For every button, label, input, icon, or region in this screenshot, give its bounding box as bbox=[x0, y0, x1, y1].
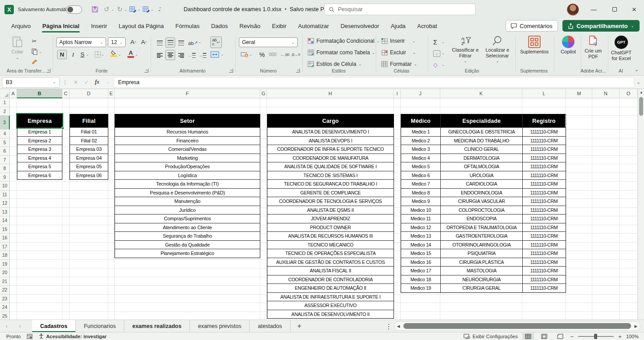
expand-formula-bar-icon[interactable]: ⌄ bbox=[637, 80, 640, 85]
row-header-24[interactable]: 24 bbox=[0, 303, 10, 312]
tab-layout-da-pagina[interactable]: Layout da Página bbox=[113, 20, 169, 32]
table-row[interactable]: Manutenção bbox=[115, 197, 260, 206]
registro-cell[interactable]: 1111110-CRM bbox=[522, 128, 565, 136]
table-row[interactable]: Medico 4DERMATOLOGIA1111110-CRM bbox=[401, 154, 566, 162]
copilot-button[interactable]: Copilot bbox=[557, 36, 579, 55]
row-header-16[interactable]: 16 bbox=[0, 234, 10, 243]
table-row[interactable]: Medico 11ENDOSCOPIA1111110-CRM bbox=[401, 214, 566, 223]
table-row[interactable]: Marketing bbox=[115, 154, 260, 162]
row-header-17[interactable]: 17 bbox=[0, 243, 10, 251]
formula-input[interactable]: Empresa bbox=[113, 77, 634, 88]
column-header-M[interactable]: M bbox=[566, 89, 592, 98]
tab-arquivo[interactable]: Arquivo bbox=[5, 20, 37, 32]
filial-header[interactable]: Filial bbox=[70, 114, 108, 127]
medico-cell[interactable]: Medico 4 bbox=[401, 154, 440, 162]
number-dialog-launcher-icon[interactable] bbox=[296, 69, 300, 73]
accounting-chevron-icon[interactable]: ⌄ bbox=[249, 53, 252, 57]
medico-cell[interactable]: Medico 16 bbox=[401, 258, 440, 267]
table-row[interactable]: ANALISTA FISCAL II bbox=[267, 266, 394, 275]
insert-cells-button[interactable]: Inserir⌄ bbox=[381, 38, 415, 44]
row-header-23[interactable]: 23 bbox=[0, 295, 10, 304]
table-row[interactable]: TECNICO DE OPERAÇÕES ESPECIALISTA bbox=[267, 249, 394, 258]
collapse-ribbon-icon[interactable]: ⌄ bbox=[635, 67, 639, 73]
especialidade-cell[interactable]: GASTROENTEROLOGIA bbox=[440, 232, 522, 240]
confirm-entry-icon[interactable]: ✓ bbox=[81, 79, 92, 85]
tab-revisao[interactable]: Revisão bbox=[234, 20, 266, 32]
sheet-tab-exames-previstos[interactable]: exames previstos bbox=[190, 320, 250, 332]
align-left-icon[interactable] bbox=[155, 51, 164, 60]
fill-chevron-icon[interactable]: ⌄ bbox=[442, 51, 445, 55]
font-name-select[interactable]: Aptos Narrow⌄ bbox=[56, 37, 106, 47]
table-row[interactable]: Tecnologia da Informação (TI) bbox=[115, 179, 260, 188]
table-row[interactable]: Produção/Operações bbox=[115, 162, 260, 171]
minimize-button[interactable]: — bbox=[584, 0, 603, 19]
table-row[interactable]: Empresa 5 bbox=[17, 162, 62, 171]
column-header-D[interactable]: D bbox=[70, 89, 108, 98]
table-row[interactable]: Gestão da Qualidade bbox=[115, 240, 260, 249]
medico-cell[interactable]: Medico 3 bbox=[401, 145, 440, 154]
table-row[interactable]: ENGENHEIRO DE AUTOMAÇÃO II bbox=[267, 283, 394, 292]
table-row[interactable]: ANALISTA DE QUALIDADE DE SOFTWARE I bbox=[267, 162, 394, 171]
medico-header[interactable]: Médico bbox=[401, 114, 440, 127]
table-row[interactable]: Planejamento Estratégico bbox=[115, 249, 260, 258]
row-header-25[interactable]: 25 bbox=[0, 312, 10, 320]
conditional-formatting-button[interactable]: Formatação Condicional⌄ bbox=[308, 38, 380, 44]
restore-button[interactable] bbox=[605, 0, 624, 19]
medico-cell[interactable]: Medico 18 bbox=[401, 275, 440, 284]
registro-cell[interactable]: 1111110-CRM bbox=[522, 145, 565, 154]
table-row[interactable]: TECNICO DE SEGURANCA DO TRABALHO I bbox=[267, 179, 394, 188]
table-row[interactable]: Empresa 05 bbox=[70, 162, 108, 171]
table-row[interactable]: GERENTE DE COMPLIANCE bbox=[267, 188, 394, 197]
bold-button[interactable]: N bbox=[57, 50, 67, 59]
especialidade-cell[interactable]: CARDIOLOGIA bbox=[440, 180, 522, 188]
select-all-corner[interactable] bbox=[0, 89, 10, 98]
copy-icon[interactable] bbox=[29, 47, 39, 56]
increase-indent-icon[interactable]: → bbox=[198, 51, 207, 60]
format-painter-icon[interactable] bbox=[29, 58, 39, 67]
medico-cell[interactable]: Medico 8 bbox=[401, 189, 440, 197]
table-row[interactable]: Empresa 2 bbox=[17, 136, 62, 145]
scroll-right-icon[interactable]: ▶ bbox=[632, 324, 640, 328]
increase-decimal-icon[interactable]: ←.00 bbox=[280, 50, 290, 59]
merge-chevron-icon[interactable]: ⌄ bbox=[221, 53, 224, 57]
row-header-5[interactable]: 5 bbox=[0, 138, 10, 147]
display-settings-button[interactable]: Exibir Configurações bbox=[464, 334, 518, 339]
medico-cell[interactable]: Medico 5 bbox=[401, 162, 440, 171]
table-row[interactable]: Atendimento ao Cliente bbox=[115, 223, 260, 232]
row-header-10[interactable]: 10 bbox=[0, 182, 10, 190]
underline-chevron-icon[interactable]: ⌄ bbox=[86, 53, 89, 57]
font-color-chevron-icon[interactable]: ⌄ bbox=[135, 53, 138, 57]
new-sheet-icon[interactable]: + bbox=[291, 320, 308, 332]
especialidade-cell[interactable]: PSIQUIATRIA bbox=[440, 249, 522, 258]
tab-automatizar[interactable]: Automatizar bbox=[292, 20, 335, 32]
horizontal-scrollbar[interactable]: ◀ ▶ bbox=[394, 321, 640, 331]
table-row[interactable]: Medico 8ENDOCRINOLOGIA1111110-CRM bbox=[401, 188, 566, 197]
especialidade-cell[interactable]: ENDOSCOPIA bbox=[440, 215, 522, 223]
macro-record-icon[interactable] bbox=[27, 334, 33, 339]
table-row[interactable]: ANALISTA DE RECURSOS HUMANOS III bbox=[267, 231, 394, 240]
row-header-8[interactable]: 8 bbox=[0, 164, 10, 173]
page-break-view-icon[interactable] bbox=[554, 333, 566, 340]
especialidade-cell[interactable]: ENDOCRINOLOGIA bbox=[440, 189, 522, 197]
table-row[interactable]: Medico 16CIRURGIA PLÁSTICA1111110-CRM bbox=[401, 258, 566, 267]
registro-cell[interactable]: 1111110-CRM bbox=[522, 180, 565, 188]
column-header-C[interactable]: C bbox=[62, 89, 70, 98]
column-header-J[interactable]: J bbox=[401, 89, 440, 98]
decrease-indent-icon[interactable]: ← bbox=[187, 51, 196, 60]
medico-cell[interactable]: Medico 7 bbox=[401, 180, 440, 188]
column-header-E[interactable]: E bbox=[108, 89, 115, 98]
row-header-12[interactable]: 12 bbox=[0, 199, 10, 208]
autosave-toggle[interactable] bbox=[66, 5, 82, 14]
registro-cell[interactable]: 1111110-CRM bbox=[522, 258, 565, 267]
italic-button[interactable]: I bbox=[69, 50, 77, 59]
medico-cell[interactable]: Medico 10 bbox=[401, 206, 440, 215]
table-row[interactable]: Filial 01 bbox=[70, 127, 108, 136]
orientation-icon[interactable]: ab↗ bbox=[187, 38, 199, 48]
column-header-F[interactable]: F bbox=[115, 89, 260, 98]
tab-desenvolvedor[interactable]: Desenvolvedor bbox=[335, 20, 385, 32]
table-row[interactable]: Segurança do Trabalho bbox=[115, 231, 260, 240]
table-row[interactable]: Empresa 3 bbox=[17, 145, 62, 154]
row-header-21[interactable]: 21 bbox=[0, 277, 10, 286]
table-row[interactable]: Medico 1GINECOLOGIA E OBSTETRÍCIA1111110… bbox=[401, 127, 566, 136]
table-row[interactable]: COORDENADOR DE TECNOLOGIA E SERVIÇOS bbox=[267, 197, 394, 206]
